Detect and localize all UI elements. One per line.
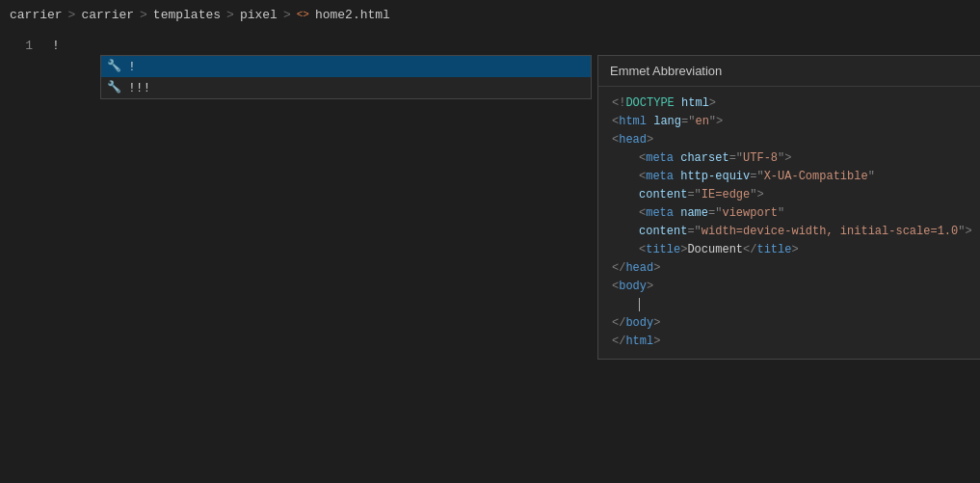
emmet-line-5: <meta http-equiv="X-UA-Compatible" (612, 168, 980, 186)
emmet-header: Emmet Abbreviation × (598, 56, 980, 87)
emmet-line-4: <meta charset="UTF-8"> (612, 149, 980, 168)
breadcrumb-sep2: > (140, 8, 147, 22)
autocomplete-item-0[interactable]: 🔧 ! (101, 56, 591, 77)
emmet-line-3: <head> (612, 131, 980, 149)
emmet-line-6: content="IE=edge"> (612, 186, 980, 204)
breadcrumb-carrier2[interactable]: carrier (81, 8, 134, 22)
emmet-line-12 (612, 296, 980, 314)
breadcrumb: carrier > carrier > templates > pixel > … (0, 0, 980, 29)
emmet-line-2: <html lang="en"> (612, 113, 980, 131)
emmet-panel: Emmet Abbreviation × <!DOCTYPE html> <ht… (597, 55, 980, 360)
editor-area: 1 ! 🔧 ! 🔧 !!! Emmet Abbreviation × (0, 29, 980, 483)
code-line-1: ! (48, 37, 980, 55)
breadcrumb-filename[interactable]: home2.html (315, 8, 390, 22)
emmet-line-13: </body> (612, 314, 980, 333)
autocomplete-dropdown[interactable]: 🔧 ! 🔧 !!! (100, 55, 592, 99)
autocomplete-text-1: !!! (128, 79, 150, 97)
breadcrumb-carrier1[interactable]: carrier (10, 8, 63, 22)
file-type-icon: <> (297, 9, 309, 20)
emmet-title: Emmet Abbreviation (610, 62, 722, 80)
autocomplete-icon-1: 🔧 (107, 79, 122, 97)
emmet-line-10: </head> (612, 259, 980, 278)
emmet-line-1: <!DOCTYPE html> (612, 94, 980, 113)
line-number-1: 1 (0, 37, 33, 55)
emmet-line-11: <body> (612, 278, 980, 296)
breadcrumb-pixel[interactable]: pixel (240, 8, 278, 22)
emmet-line-14: </html> (612, 333, 980, 351)
emmet-content: <!DOCTYPE html> <html lang="en"> <head> … (598, 87, 980, 359)
code-content[interactable]: ! 🔧 ! 🔧 !!! Emmet Abbreviation × <!DOCTY… (48, 29, 980, 483)
breadcrumb-sep4: > (283, 8, 291, 22)
emmet-line-8: content="width=device-width, initial-sca… (612, 223, 980, 241)
emmet-line-7: <meta name="viewport" (612, 204, 980, 223)
autocomplete-item-1[interactable]: 🔧 !!! (101, 77, 591, 98)
breadcrumb-sep1: > (68, 8, 76, 22)
breadcrumb-sep3: > (226, 8, 234, 22)
autocomplete-text-0: ! (128, 58, 136, 76)
code-exclamation: ! (52, 37, 60, 55)
line-numbers: 1 (0, 29, 48, 483)
cursor-indicator (639, 298, 640, 311)
breadcrumb-templates[interactable]: templates (153, 8, 221, 22)
autocomplete-icon-0: 🔧 (107, 58, 122, 76)
emmet-line-9: <title>Document</title> (612, 241, 980, 259)
